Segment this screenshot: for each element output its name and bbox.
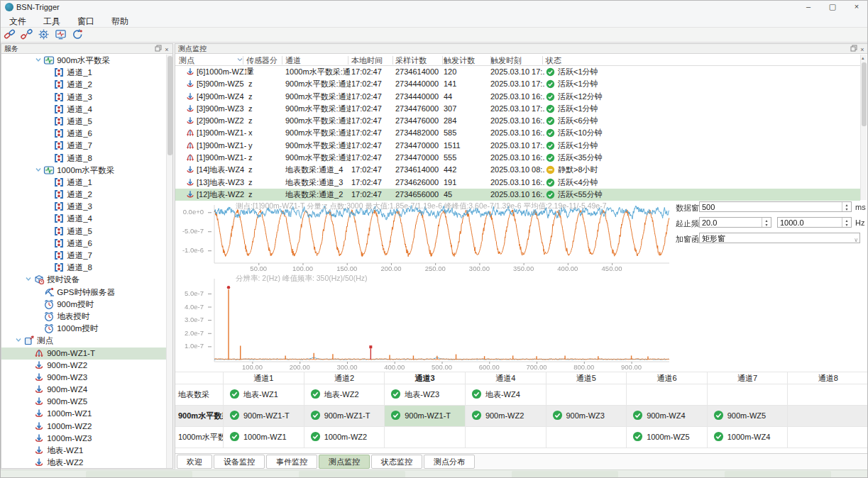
table-row[interactable]: [3]900m-WZ3z900m水平数采:通道_517:02:472734476… <box>175 103 860 115</box>
table-row[interactable]: [2]900m-WZ2z900m水平数采:通道_417:02:472734476… <box>175 115 860 127</box>
close-button[interactable]: × <box>845 1 868 13</box>
table-row[interactable]: [1]900m-WZ1-Tx900m水平数采:通道_117:02:4727344… <box>175 127 860 139</box>
channel-cell[interactable]: 1000m-WZ2 <box>304 427 385 448</box>
settings-button[interactable] <box>35 28 52 42</box>
sidebar-item-1000m-WZ1[interactable]: 1000m-WZ1 <box>1 408 166 420</box>
column-header-测点[interactable]: 测点 <box>179 55 241 66</box>
table-row[interactable]: [1]900m-WZ1-Tz900m水平数采:通道_317:02:4727344… <box>175 152 860 164</box>
channel-cell[interactable] <box>788 427 868 448</box>
sidebar-item-通道_1[interactable]: 通道_1 <box>1 177 166 189</box>
window-length-input[interactable]: 500▴▾ <box>699 201 852 212</box>
scroll-up-icon[interactable]: ▴ <box>862 55 864 61</box>
connect-button[interactable] <box>1 28 18 42</box>
channel-cell[interactable]: 900m-WZ2 <box>466 406 546 427</box>
spinner-icon[interactable]: ▴▾ <box>842 218 851 227</box>
channel-cell[interactable] <box>546 384 627 406</box>
table-row[interactable]: [14]地表-WZ4z地表数采:通道_417:02:47273461400044… <box>175 164 860 176</box>
tab-测点分布[interactable]: 测点分布 <box>424 455 475 469</box>
tab-状态监控[interactable]: 状态监控 <box>371 455 422 469</box>
channel-cell[interactable]: 900m-WZ5 <box>708 406 789 427</box>
channel-cell[interactable]: 地表-WZ3 <box>385 384 466 406</box>
close-icon[interactable]: × <box>858 45 867 54</box>
spinner-icon[interactable]: ▴▾ <box>842 202 851 211</box>
sidebar-item-1000m授时[interactable]: 1000m授时 <box>1 323 166 335</box>
sidebar-item-1000m-WZ2[interactable]: 1000m-WZ2 <box>1 421 166 433</box>
table-row[interactable]: [4]900m-WZ4z900m水平数采:通道_617:02:472734440… <box>175 91 860 103</box>
maximize-button[interactable]: ▢ <box>820 1 845 13</box>
channel-cell[interactable] <box>627 384 708 406</box>
sidebar-item-通道_7[interactable]: 通道_7 <box>1 250 166 262</box>
sidebar-item-通道_4[interactable]: 通道_4 <box>1 213 166 225</box>
table-scrollbar[interactable]: ▴ <box>860 55 867 200</box>
freq-to-input[interactable]: 1000.0▴▾ <box>777 217 852 228</box>
expander-icon[interactable] <box>23 274 33 286</box>
channel-cell[interactable]: 1000m-WZ5 <box>627 427 708 448</box>
sidebar-item-通道_6[interactable]: 通道_6 <box>1 128 166 140</box>
channel-cell[interactable] <box>466 427 546 448</box>
table-row[interactable]: [1]900m-WZ1-Ty900m水平数采:通道_217:02:4727344… <box>175 140 860 152</box>
channel-cell[interactable]: 地表-WZ1 <box>224 384 304 406</box>
window-fn-select[interactable]: 矩形窗∨ <box>699 233 860 243</box>
channel-cell[interactable]: 1000m-WZ4 <box>708 427 789 448</box>
undock-icon[interactable] <box>850 45 858 53</box>
sidebar-item-通道_5[interactable]: 通道_5 <box>1 226 166 238</box>
column-header-通道[interactable]: 通道 <box>285 55 349 66</box>
sidebar-item-通道_1[interactable]: 通道_1 <box>1 67 166 79</box>
sidebar-item-授时设备[interactable]: 授时设备 <box>1 274 166 286</box>
spinner-icon[interactable]: ▴▾ <box>762 218 771 227</box>
table-row[interactable]: [5]900m-WZ5z900m水平数采:通道_717:02:472734440… <box>175 78 860 90</box>
sidebar-item-通道_8[interactable]: 通道_8 <box>1 152 166 165</box>
channel-cell[interactable] <box>546 427 627 448</box>
column-header-本地时间[interactable]: 本地时间 <box>351 55 394 66</box>
table-row[interactable]: [6]1000m-WZ1z1000m水平数采:通道_117:02:4727346… <box>175 66 860 78</box>
channel-cell[interactable] <box>708 384 789 406</box>
tab-设备监控[interactable]: 设备监控 <box>214 455 265 469</box>
sidebar-item-通道_8[interactable]: 通道_8 <box>1 262 166 274</box>
table-row[interactable]: [12]地表-WZ2z地表数采:通道_217:02:47273465600045… <box>175 189 860 201</box>
channel-cell[interactable]: 900m-WZ1-T <box>385 406 466 427</box>
sidebar-item-900m-WZ5[interactable]: 900m-WZ5 <box>1 396 166 408</box>
channel-cell[interactable]: 900m-WZ1-T <box>304 406 385 427</box>
refresh-button[interactable] <box>69 28 86 42</box>
minimize-button[interactable]: – <box>796 1 820 13</box>
sidebar-item-通道_2[interactable]: 通道_2 <box>1 79 166 91</box>
sidebar-item-地表-WZ2[interactable]: 地表-WZ2 <box>1 457 166 468</box>
disconnect-button[interactable] <box>18 28 35 42</box>
sidebar-item-1000m-WZ3[interactable]: 1000m-WZ3 <box>1 433 166 445</box>
sidebar-item-900m-WZ3[interactable]: 900m-WZ3 <box>1 372 166 384</box>
sidebar-item-通道_3[interactable]: 通道_3 <box>1 91 166 104</box>
sidebar-item-通道_4[interactable]: 通道_4 <box>1 104 166 116</box>
tree-scrollbar[interactable] <box>166 55 172 468</box>
sidebar-item-900m水平数采[interactable]: 900m水平数采 <box>1 55 166 67</box>
channel-cell[interactable] <box>385 427 466 448</box>
column-header-触发时刻[interactable]: 触发时刻 <box>490 55 544 66</box>
sidebar-item-900m-WZ4[interactable]: 900m-WZ4 <box>1 384 166 396</box>
sidebar-item-测点[interactable]: 测点 <box>1 335 166 347</box>
tab-欢迎[interactable]: 欢迎 <box>177 455 212 469</box>
channel-cell[interactable]: 地表-WZ2 <box>304 384 385 406</box>
sidebar-item-地表授时[interactable]: 地表授时 <box>1 311 166 323</box>
sidebar-item-1000m水平数采[interactable]: 1000m水平数采 <box>1 165 166 177</box>
table-row[interactable]: [13]地表-WZ3z地表数采:通道_317:02:47273462600019… <box>175 177 860 189</box>
expander-icon[interactable] <box>33 55 43 67</box>
sidebar-item-900m-WZ2[interactable]: 900m-WZ2 <box>1 360 166 372</box>
freq-from-input[interactable]: 20.0▴▾ <box>699 217 771 228</box>
expander-icon[interactable] <box>13 335 23 347</box>
tab-事件监控[interactable]: 事件监控 <box>266 455 317 469</box>
sidebar-item-通道_5[interactable]: 通道_5 <box>1 116 166 128</box>
sidebar-item-900m授时[interactable]: 900m授时 <box>1 299 166 311</box>
tab-测点监控[interactable]: 测点监控 <box>319 455 370 469</box>
undock-icon[interactable] <box>154 45 163 53</box>
sidebar-item-通道_2[interactable]: 通道_2 <box>1 189 166 201</box>
sidebar-item-通道_6[interactable]: 通道_6 <box>1 238 166 250</box>
channel-cell[interactable] <box>788 406 868 427</box>
channel-cell[interactable]: 1000m-WZ1 <box>224 427 304 448</box>
channel-cell[interactable] <box>788 384 868 406</box>
channel-cell[interactable]: 900m-WZ3 <box>546 406 627 427</box>
column-header-采样计数[interactable]: 采样计数 <box>395 55 442 66</box>
channel-cell[interactable]: 900m-WZ1-T <box>224 406 304 427</box>
sidebar-item-900m-WZ1-T[interactable]: 900m-WZ1-T <box>1 348 166 360</box>
sidebar-item-通道_3[interactable]: 通道_3 <box>1 201 166 213</box>
channel-cell[interactable]: 地表-WZ4 <box>466 384 546 406</box>
monitor-button[interactable] <box>52 28 69 42</box>
